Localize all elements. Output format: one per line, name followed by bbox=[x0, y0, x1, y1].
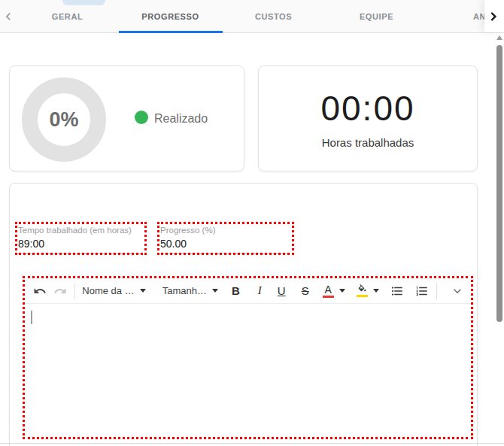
editor-toolbar: Nome da … Tamanh… B I U S A bbox=[24, 278, 471, 304]
bold-button[interactable]: B bbox=[232, 284, 240, 297]
tab-progresso[interactable]: PROGRESSO bbox=[119, 0, 222, 33]
text-color-caret-icon[interactable] bbox=[339, 289, 345, 293]
font-size-caret-icon[interactable] bbox=[212, 289, 218, 293]
chevron-left-icon[interactable] bbox=[1, 9, 16, 24]
hours-value: 00:00 bbox=[320, 88, 414, 129]
editor-content-area[interactable] bbox=[24, 304, 471, 436]
tab-list: GERAL PROGRESSO CUSTOS EQUIPE AN bbox=[16, 0, 504, 33]
progress-card: 0% Realizado bbox=[9, 65, 244, 171]
undo-icon[interactable] bbox=[33, 284, 47, 298]
scrollbar-up-arrow-icon[interactable] bbox=[496, 35, 502, 40]
italic-button[interactable]: I bbox=[258, 284, 262, 297]
tempo-trabalhado-value[interactable]: 89:00 bbox=[18, 238, 143, 250]
font-name-caret-icon[interactable] bbox=[140, 289, 146, 293]
highlight-color-button[interactable] bbox=[357, 284, 368, 297]
legend-dot-icon bbox=[135, 111, 148, 124]
tempo-trabalhado-field[interactable]: Tempo trabalhado (em horas) 89:00 bbox=[18, 226, 143, 254]
text-color-label: A bbox=[324, 284, 331, 295]
underline-button[interactable]: U bbox=[278, 284, 286, 297]
numbered-list-icon[interactable] bbox=[415, 284, 429, 298]
text-color-button[interactable]: A bbox=[323, 284, 334, 298]
progresso-field[interactable]: Progresso (%) 50.00 bbox=[160, 226, 290, 254]
progress-page: GERAL PROGRESSO CUSTOS EQUIPE AN 0% Real… bbox=[0, 0, 504, 446]
bullet-list-icon[interactable] bbox=[390, 284, 404, 298]
progresso-value[interactable]: 50.00 bbox=[160, 238, 290, 250]
chevron-right-icon[interactable] bbox=[485, 8, 502, 25]
tab-geral[interactable]: GERAL bbox=[16, 0, 119, 33]
font-name-select[interactable]: Nome da … bbox=[82, 285, 134, 296]
text-cursor bbox=[31, 311, 32, 324]
font-size-select[interactable]: Tamanh… bbox=[162, 285, 207, 296]
progress-percent: 0% bbox=[22, 77, 106, 162]
highlight-color-caret-icon[interactable] bbox=[373, 289, 379, 293]
tab-equipe[interactable]: EQUIPE bbox=[325, 0, 428, 33]
tab-custos[interactable]: CUSTOS bbox=[222, 0, 325, 33]
format-color-fill-icon bbox=[357, 284, 367, 294]
chevron-down-icon[interactable] bbox=[450, 284, 465, 299]
tab-bar: GERAL PROGRESSO CUSTOS EQUIPE AN bbox=[0, 0, 504, 33]
legend-label: Realizado bbox=[154, 112, 208, 126]
bottom-divider bbox=[0, 443, 504, 444]
active-tab-underline bbox=[119, 31, 223, 33]
strikethrough-button[interactable]: S bbox=[302, 284, 309, 297]
hours-caption: Horas trabalhadas bbox=[322, 136, 414, 149]
hours-card: 00:00 Horas trabalhadas bbox=[258, 65, 478, 171]
highlight-color-bar bbox=[357, 295, 368, 297]
redo-icon[interactable] bbox=[53, 284, 67, 298]
rich-text-editor: Nome da … Tamanh… B I U S A bbox=[24, 278, 471, 437]
progresso-label: Progresso (%) bbox=[160, 226, 290, 235]
text-color-bar bbox=[323, 296, 334, 298]
tempo-trabalhado-label: Tempo trabalhado (em horas) bbox=[18, 226, 143, 235]
scrollbar-thumb[interactable] bbox=[496, 45, 502, 322]
